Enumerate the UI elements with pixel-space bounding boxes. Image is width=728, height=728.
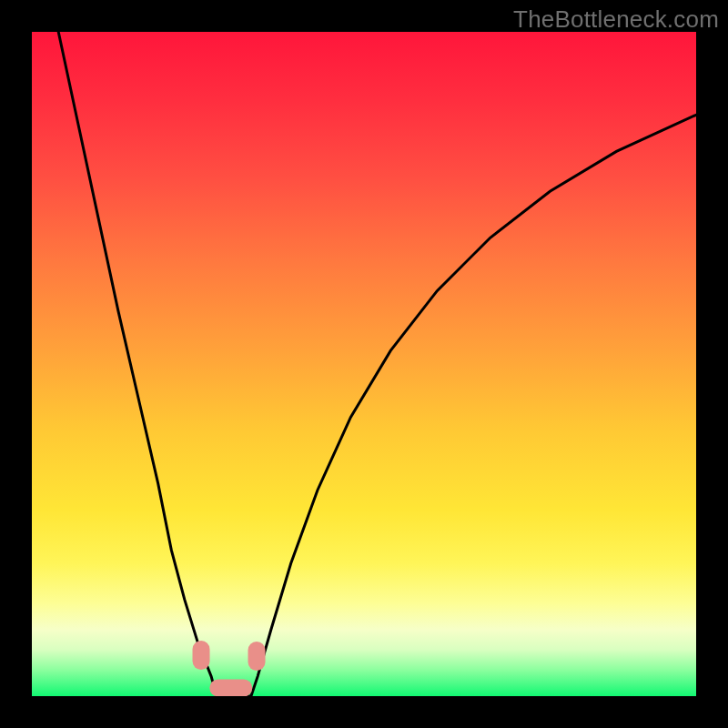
curve-layer: [32, 32, 696, 696]
chart-frame: TheBottleneck.com: [0, 0, 728, 728]
data-marker: [248, 642, 265, 671]
watermark-text: TheBottleneck.com: [513, 5, 719, 34]
curve-left-branch: [58, 32, 217, 696]
data-marker: [209, 680, 252, 696]
curve-right-branch: [251, 115, 696, 696]
data-marker: [193, 641, 210, 670]
plot-area: [32, 32, 696, 696]
